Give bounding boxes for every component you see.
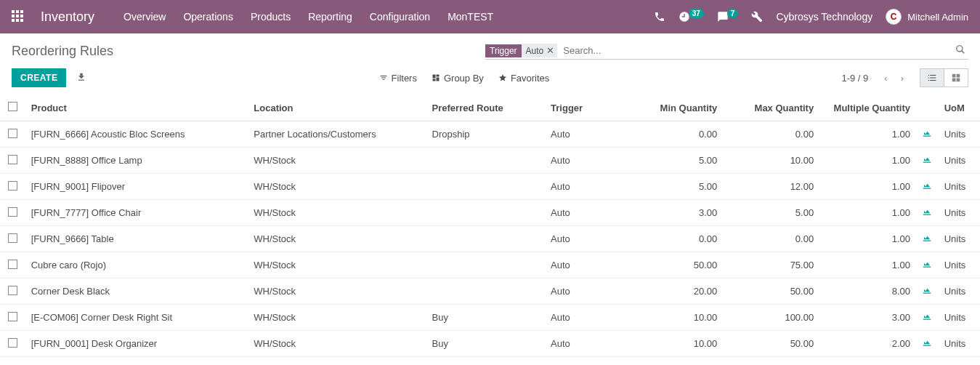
cell-trigger[interactable]: Auto [545,305,626,331]
cell-uom[interactable]: Units [939,226,980,252]
cell-min[interactable]: 50.00 [626,252,723,278]
cell-trigger[interactable]: Auto [545,226,626,252]
cell-route[interactable] [426,226,546,252]
cell-mult[interactable]: 1.00 [819,174,916,200]
app-title[interactable]: Inventory [41,9,94,25]
forecast-icon[interactable] [922,286,932,297]
cell-location[interactable]: WH/Stock [248,331,426,357]
cell-min[interactable]: 0.00 [626,121,723,148]
cell-location[interactable]: WH/Stock [248,200,426,226]
cell-trigger[interactable]: Auto [545,174,626,200]
row-checkbox[interactable] [8,286,17,295]
facet-remove-icon[interactable]: ✕ [546,45,554,56]
row-checkbox[interactable] [8,260,17,269]
kanban-view-button[interactable] [944,68,968,87]
list-view-button[interactable] [920,68,944,87]
filters-button[interactable]: Filters [379,73,417,84]
cell-min[interactable]: 5.00 [626,148,723,174]
cell-min[interactable]: 5.00 [626,174,723,200]
table-row[interactable]: [FURN_9001] Flipover WH/Stock Auto 5.00 … [0,174,980,200]
forecast-icon[interactable] [922,208,932,219]
cell-max[interactable]: 75.00 [723,252,819,278]
nav-products[interactable]: Products [251,11,291,23]
cell-min[interactable]: 20.00 [626,278,723,305]
col-location[interactable]: Location [248,95,426,121]
nav-operations[interactable]: Operations [183,11,232,23]
cell-uom[interactable]: Units [939,148,980,174]
cell-mult[interactable]: 1.00 [819,252,916,278]
cell-route[interactable] [426,252,546,278]
cell-min[interactable]: 0.00 [626,226,723,252]
col-product[interactable]: Product [25,95,248,121]
cell-trigger[interactable]: Auto [545,200,626,226]
col-min[interactable]: Min Quantity [626,95,723,121]
row-checkbox[interactable] [8,312,17,321]
cell-min[interactable]: 10.00 [626,331,723,357]
debug-icon[interactable] [751,11,763,23]
forecast-icon[interactable] [922,339,932,350]
cell-location[interactable]: Partner Locations/Customers [248,121,426,148]
col-mult[interactable]: Multiple Quantity [819,95,916,121]
nav-reporting[interactable]: Reporting [308,11,352,23]
row-checkbox[interactable] [8,181,17,190]
cell-route[interactable] [426,174,546,200]
cell-mult[interactable]: 1.00 [819,148,916,174]
cell-mult[interactable]: 1.00 [819,226,916,252]
cell-product[interactable]: [FURN_8888] Office Lamp [25,148,248,174]
groupby-button[interactable]: Group By [432,73,484,84]
table-row[interactable]: [FURN_7777] Office Chair WH/Stock Auto 3… [0,200,980,226]
cell-location[interactable]: WH/Stock [248,278,426,305]
col-trigger[interactable]: Trigger [545,95,626,121]
forecast-icon[interactable] [922,260,932,271]
cell-max[interactable]: 5.00 [723,200,819,226]
cell-mult[interactable]: 8.00 [819,278,916,305]
cell-mult[interactable]: 3.00 [819,305,916,331]
table-row[interactable]: [FURN_6666] Acoustic Bloc Screens Partne… [0,121,980,148]
row-checkbox[interactable] [8,129,17,138]
cell-route[interactable]: Buy [426,331,546,357]
cell-location[interactable]: WH/Stock [248,148,426,174]
cell-trigger[interactable]: Auto [545,121,626,148]
activities-icon[interactable]: 37 [679,11,704,23]
cell-uom[interactable]: Units [939,121,980,148]
pager-next[interactable]: › [895,70,910,87]
cell-uom[interactable]: Units [939,331,980,357]
col-route[interactable]: Preferred Route [426,95,546,121]
cell-uom[interactable]: Units [939,278,980,305]
import-button[interactable] [76,72,86,84]
search-input[interactable] [557,42,952,59]
nav-montest[interactable]: MonTEST [448,11,493,23]
table-row[interactable]: [FURN_9666] Table WH/Stock Auto 0.00 0.0… [0,226,980,252]
cell-min[interactable]: 3.00 [626,200,723,226]
user-menu[interactable]: C Mitchell Admin [886,9,968,25]
search-icon[interactable] [952,44,968,57]
favorites-button[interactable]: Favorites [498,73,549,84]
row-checkbox[interactable] [8,155,17,164]
phone-icon[interactable] [654,11,665,23]
cell-location[interactable]: WH/Stock [248,305,426,331]
forecast-icon[interactable] [922,182,932,193]
cell-location[interactable]: WH/Stock [248,226,426,252]
create-button[interactable]: CREATE [12,68,66,87]
cell-product[interactable]: [FURN_9001] Flipover [25,174,248,200]
cell-product[interactable]: [E-COM06] Corner Desk Right Sit [25,305,248,331]
forecast-icon[interactable] [922,129,932,140]
cell-mult[interactable]: 2.00 [819,331,916,357]
forecast-icon[interactable] [922,156,932,167]
select-all-checkbox[interactable] [8,102,17,111]
cell-trigger[interactable]: Auto [545,278,626,305]
cell-route[interactable] [426,200,546,226]
table-row[interactable]: Cubre caro (Rojo) WH/Stock Auto 50.00 75… [0,252,980,278]
row-checkbox[interactable] [8,233,17,243]
row-checkbox[interactable] [8,207,17,217]
cell-uom[interactable]: Units [939,174,980,200]
forecast-icon[interactable] [922,234,932,245]
cell-max[interactable]: 12.00 [723,174,819,200]
cell-max[interactable]: 0.00 [723,226,819,252]
cell-max[interactable]: 100.00 [723,305,819,331]
cell-uom[interactable]: Units [939,252,980,278]
row-checkbox[interactable] [8,338,17,348]
cell-product[interactable]: [FURN_9666] Table [25,226,248,252]
table-row[interactable]: [E-COM06] Corner Desk Right Sit WH/Stock… [0,305,980,331]
nav-overview[interactable]: Overview [123,11,166,23]
